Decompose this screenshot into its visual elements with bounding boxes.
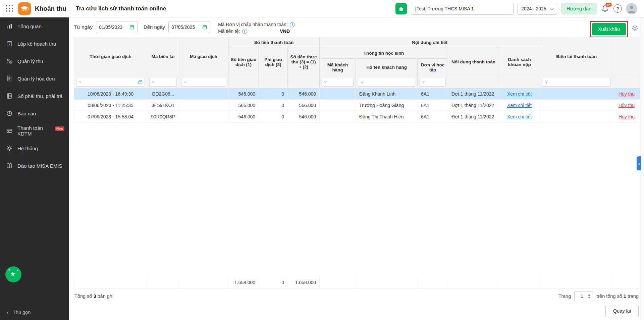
- sidebar-item-label: Báo cáo: [17, 111, 36, 116]
- info-icon[interactable]: i: [290, 22, 295, 27]
- filter-funnel-icon: [324, 80, 327, 84]
- school-selector[interactable]: [Test] Trường THCS MISA 1: [411, 3, 514, 15]
- payments-table: Thời gian giao dịch Mã biên lai Mã giao …: [74, 37, 640, 122]
- txn-code-filter[interactable]: [181, 78, 226, 87]
- col-header-customer-code: Mã khách hàng: [320, 59, 356, 76]
- record-count-text: Tổng số 3 bản ghi: [74, 294, 113, 299]
- avatar[interactable]: [626, 3, 637, 14]
- table-row[interactable]: 07/06/2023 - 15:58:04 90R0QR8P 546.000 0…: [74, 111, 640, 122]
- meta-block: Mã Đơn vị chấp nhận thanh toán: i Mã tiề…: [218, 21, 295, 34]
- chevron-down-icon: [550, 6, 554, 10]
- table-row[interactable]: 10/06/2023 - 16:49:30 OD2G08... 546.000 …: [74, 88, 640, 100]
- new-badge: New: [55, 126, 64, 131]
- settings-gear-icon[interactable]: [631, 24, 639, 32]
- total-amount: 1.658.000: [228, 277, 259, 288]
- col-group-student: Thông tin học sinh: [320, 48, 448, 59]
- info-icon[interactable]: i: [242, 29, 247, 34]
- col-header-action: [613, 37, 640, 76]
- cashless-payment-icon: [6, 127, 13, 134]
- view-detail-link[interactable]: Xem chi tiết: [507, 91, 532, 97]
- back-button[interactable]: Quay lại: [605, 305, 639, 317]
- to-date-field[interactable]: [168, 21, 210, 33]
- from-date-input[interactable]: [99, 24, 127, 30]
- time-filter[interactable]: [76, 78, 145, 87]
- customer-name-filter[interactable]: [358, 78, 415, 87]
- page-number-input[interactable]: [577, 294, 587, 299]
- col-header-customer-name: Họ tên khách hàng: [356, 59, 418, 76]
- customer-code-filter[interactable]: [322, 78, 354, 87]
- view-detail-link[interactable]: Xem chi tiết: [507, 114, 532, 119]
- col-header-fee: Phí giao dịch (2): [259, 48, 288, 76]
- col-header-content: Nội dung thanh toán: [448, 48, 499, 76]
- receipt-payment-filter[interactable]: [542, 78, 611, 87]
- page-number-field[interactable]: [574, 291, 593, 301]
- calendar-icon[interactable]: [129, 24, 135, 30]
- export-button[interactable]: Xuất khẩu: [592, 23, 626, 35]
- sidebar-item-label: Thanh toán KDTM: [17, 125, 48, 137]
- bell-icon[interactable]: 3+: [601, 4, 609, 13]
- page-label: Trang: [558, 294, 571, 299]
- total-actual: 1.658.000: [288, 277, 320, 288]
- receipt-payment-filter-input[interactable]: [550, 79, 608, 85]
- sidebar-item-quan-ly-thu[interactable]: $ Quản lý thu: [0, 52, 69, 70]
- app-logo-icon[interactable]: [18, 2, 31, 15]
- view-detail-link[interactable]: Xem chi tiết: [507, 103, 532, 108]
- annotation-highlight: Xuất khẩu: [590, 21, 628, 37]
- collapse-label: Thu gọn: [13, 310, 31, 315]
- table-empty-area: [74, 122, 639, 277]
- filter-funnel-icon: [183, 80, 187, 84]
- col-header-fee-list: Danh sách khoản nộp: [499, 48, 540, 76]
- ledger-book-icon: $: [6, 93, 13, 99]
- sidebar-item-thanh-toan-kdtm[interactable]: Thanh toán KDTM New: [0, 122, 69, 140]
- customer-code-filter-input[interactable]: [329, 79, 351, 85]
- cancel-collection-link[interactable]: Hủy thu: [619, 114, 635, 119]
- from-date-field[interactable]: [96, 21, 138, 33]
- sidebar-item-he-thong[interactable]: Hệ thống: [0, 140, 69, 157]
- sidebar-item-label: Đào tạo MISA EMIS: [17, 163, 62, 169]
- apps-grid-icon[interactable]: [6, 5, 13, 12]
- sidebar-item-quan-ly-hoa-don[interactable]: Quản lý hóa đơn: [0, 70, 69, 87]
- sidebar-item-dao-tao-misa-emis[interactable]: Đào tạo MISA EMIS: [0, 157, 69, 174]
- svg-text:$: $: [9, 95, 11, 97]
- calendar-icon[interactable]: [138, 79, 143, 85]
- help-icon[interactable]: ?: [613, 4, 622, 13]
- sidebar-item-label: Lập kế hoạch thu: [17, 41, 56, 47]
- customer-name-filter-input[interactable]: [366, 79, 413, 85]
- receipt-code-filter[interactable]: [149, 78, 177, 87]
- time-filter-input[interactable]: [84, 79, 137, 85]
- filter-funnel-icon: [78, 80, 82, 84]
- feedback-icon[interactable]: ★★★: [5, 266, 21, 282]
- filter-funnel-icon: [152, 80, 155, 84]
- class-filter[interactable]: [420, 78, 446, 87]
- collect-money-icon: $: [6, 58, 13, 64]
- calendar-icon[interactable]: [202, 24, 207, 30]
- table-row[interactable]: 08/06/2023 - 11:25:35 3E59LKO1 566.000 0…: [74, 100, 640, 111]
- sidebar-item-bao-cao[interactable]: Báo cáo: [0, 105, 69, 122]
- filter-funnel-icon: [422, 80, 425, 84]
- sidebar-item-so-phai-thu-phai-tra[interactable]: $ Sổ phải thu, phải trả: [0, 87, 69, 105]
- back-row: Quay lại: [69, 304, 644, 320]
- guide-button[interactable]: Hướng dẫn: [561, 3, 597, 14]
- col-header-receipt-payment: Biên lai thanh toán: [540, 37, 613, 76]
- home-icon[interactable]: [395, 3, 407, 14]
- txn-code-filter-input[interactable]: [189, 79, 224, 85]
- sidebar-item-lap-ke-hoach-thu[interactable]: $ Lập kế hoạch thu: [0, 35, 69, 52]
- side-panel-toggle[interactable]: ‹: [637, 156, 641, 170]
- col-header-amount: Số tiền giao dịch (1): [228, 48, 259, 76]
- page-spinner[interactable]: [587, 294, 591, 299]
- sidebar-item-tong-quan[interactable]: Tổng quan: [0, 17, 69, 35]
- cancel-collection-link[interactable]: Hủy thu: [619, 103, 635, 108]
- receipt-code-filter-input[interactable]: [156, 79, 174, 85]
- sidebar-item-label: Tổng quan: [17, 23, 42, 29]
- col-group-payment: Số tiền thanh toán: [228, 37, 320, 48]
- currency-label: Mã tiền tệ:: [218, 29, 240, 34]
- sidebar-collapse-button[interactable]: ‹ Thu gọn: [0, 305, 69, 320]
- class-filter-input[interactable]: [427, 79, 443, 85]
- cancel-collection-link[interactable]: Hủy thu: [619, 91, 635, 97]
- to-date-input[interactable]: [171, 24, 200, 30]
- school-year-select[interactable]: 2024 - 2025: [518, 3, 557, 15]
- invoice-icon: [6, 75, 13, 82]
- chevron-left-icon: ‹: [7, 309, 9, 315]
- app-title: Khoản thu: [35, 5, 66, 12]
- col-header-time: Thời gian giao dịch: [74, 37, 147, 76]
